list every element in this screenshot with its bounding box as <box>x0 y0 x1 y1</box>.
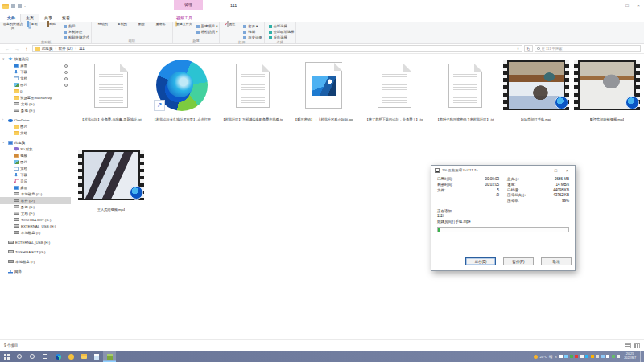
tray-icon[interactable] <box>601 355 605 358</box>
dialog-minimize-button[interactable]: — <box>540 168 549 173</box>
properties-icon[interactable] <box>11 4 15 8</box>
tray-icon[interactable] <box>559 355 563 358</box>
sidebar-item[interactable]: 图片 <box>0 158 71 165</box>
file-tile[interactable]: 主人房间视频.mp4 <box>76 144 147 234</box>
sevenzip-app-icon[interactable] <box>103 351 116 362</box>
ribbon-tab[interactable]: 视频工具 <box>171 14 197 22</box>
dialog-close-button[interactable]: × <box>563 168 572 173</box>
ribbon-button[interactable]: 属性 <box>221 22 241 27</box>
expander-icon[interactable]: › <box>2 118 3 121</box>
weather-widget[interactable]: 24°C 晴 <box>534 355 552 359</box>
sidebar-item[interactable]: › OneDrive <box>0 117 71 123</box>
expander-icon[interactable]: ∨ <box>2 57 5 60</box>
quick-access-toolbar[interactable]: ▾ <box>2 4 26 9</box>
expander-icon[interactable]: ∨ <box>2 141 5 144</box>
sidebar-item[interactable]: 图片 <box>0 81 71 88</box>
ribbon-small-button[interactable]: 打开 ▾ <box>243 24 262 28</box>
sidebar-item[interactable]: 资源蓝图 fiachan.vip <box>0 94 71 101</box>
ribbon-button[interactable]: 新建文件夹 <box>175 22 194 27</box>
close-button[interactable]: × <box>633 0 644 12</box>
show-desktop-button[interactable] <box>640 351 642 362</box>
tray-icon[interactable] <box>617 355 620 358</box>
file-tile[interactable]: 整理房间床铺视频.mp4 <box>572 54 642 144</box>
tray-icon[interactable] <box>606 355 609 358</box>
ribbon-button[interactable]: 复制 <box>23 22 42 30</box>
ribbon-button[interactable]: 固定到快速访问 <box>3 22 23 30</box>
edge-app-icon[interactable] <box>52 351 64 362</box>
file-tile[interactable]: 【村花论坛】全免费-无病毒-最新地址.txt <box>76 54 147 144</box>
minimize-button[interactable]: — <box>610 0 621 12</box>
tray-chevron-icon[interactable]: ∧ <box>555 355 557 359</box>
ribbon-tab[interactable]: 文件 <box>2 14 20 22</box>
tray-icon[interactable] <box>585 355 588 358</box>
sidebar-item[interactable]: 影视 (E:) <box>0 107 71 113</box>
search-box[interactable] <box>535 45 641 52</box>
new-folder-icon[interactable] <box>18 4 22 8</box>
sidebar-item[interactable]: 本地磁盘 (C:) <box>0 191 71 197</box>
sidebar-item[interactable]: EXTERNAL_USB (H:) <box>0 239 71 245</box>
breadcrumb-segment[interactable]: 软件 (D:)› <box>59 47 79 51</box>
tray-icon[interactable] <box>591 355 594 358</box>
dialog-button[interactable]: 暂停(P) <box>503 257 534 265</box>
back-button[interactable]: ← <box>3 45 11 53</box>
breadcrumb[interactable]: 此电脑›软件 (D:)›111 ∨ <box>32 45 522 52</box>
ribbon-button[interactable]: 移动到 <box>93 22 113 27</box>
search-input[interactable] <box>542 47 639 51</box>
sidebar-item[interactable]: 本地磁盘 (I:) <box>0 229 71 236</box>
tray-icon[interactable] <box>596 355 599 358</box>
dialog-title-bar[interactable]: 1% 正在压缩 D:\111.7z — □ × <box>431 166 575 175</box>
sidebar-item[interactable]: 本地磁盘 (I:) <box>0 258 71 265</box>
breadcrumb-dropdown-icon[interactable]: ∨ <box>517 47 519 51</box>
maximize-button[interactable]: □ <box>621 0 633 12</box>
sidebar-item[interactable]: 下载 <box>0 171 71 178</box>
file-tile[interactable]: 【村花论坛永久地址发布页】-点击打开 <box>147 54 217 144</box>
refresh-button[interactable]: ↻ <box>524 45 533 52</box>
sidebar-item[interactable]: 文档 <box>0 75 71 81</box>
ribbon-small-button[interactable]: 全部选择 <box>269 24 295 28</box>
sidebar-item[interactable]: 桌面 <box>0 184 71 191</box>
sidebar-item[interactable]: 文档 (F:) <box>0 101 71 107</box>
file-tile[interactable]: 【有种子和压缩密码？来村花社区】.txt <box>430 54 501 144</box>
sidebar-item[interactable]: 影视 (E:) <box>0 204 71 210</box>
sidebar-item[interactable]: 文档 <box>0 130 71 136</box>
sidebar-item[interactable]: 下载 <box>0 68 71 75</box>
task-view-button[interactable] <box>39 351 52 362</box>
dialog-maximize-button[interactable]: □ <box>551 168 560 173</box>
tray-icon[interactable] <box>575 355 578 358</box>
dialog-button[interactable]: 取消 <box>541 257 572 265</box>
file-tile[interactable]: 姐妹房间打手电.mp4 <box>501 54 572 144</box>
tray-icon[interactable] <box>580 355 584 358</box>
dialog-button[interactable]: 后台(B) <box>465 257 496 265</box>
sidebar-item[interactable]: 文档 <box>0 165 71 171</box>
start-button[interactable] <box>0 351 13 362</box>
ribbon-small-button[interactable]: 复制路径 <box>64 30 89 34</box>
sidebar-item[interactable]: 音乐 <box>0 178 71 184</box>
ribbon-small-button[interactable]: 轻松访问 ▾ <box>196 30 218 34</box>
explorer-app-icon[interactable] <box>77 351 90 362</box>
ribbon-button[interactable]: 复制到 <box>113 22 132 27</box>
sidebar-item[interactable]: 文档 (F:) <box>0 210 71 216</box>
clock[interactable]: 20:25 2022/8/7 <box>624 352 636 360</box>
thumbnails-view-button[interactable] <box>634 343 640 348</box>
breadcrumb-segment[interactable]: 111 <box>79 47 89 51</box>
up-button[interactable]: ↑ <box>23 45 31 53</box>
file-tile[interactable]: 【解压密码】：上村花社区看小姐姐.jpg <box>288 54 359 144</box>
tray-icon[interactable] <box>612 355 615 358</box>
tray-icon[interactable] <box>570 355 573 358</box>
cortana-button[interactable] <box>26 351 39 362</box>
sidebar-item[interactable]: TOSHIBA EXT (G:) <box>0 249 71 255</box>
ribbon-tab[interactable]: 主页 <box>20 14 39 22</box>
sidebar-item[interactable]: ∨ 快速访问 <box>0 56 71 62</box>
ribbon-small-button[interactable]: 编辑 <box>243 30 262 34</box>
sidebar-item[interactable]: 视频 <box>0 152 71 158</box>
ribbon-button[interactable]: 粘贴 <box>42 22 61 30</box>
sidebar-item[interactable]: 网络 <box>0 268 71 274</box>
ribbon-small-button[interactable]: 新建项目 ▾ <box>196 24 218 28</box>
sidebar-item[interactable]: 0 <box>0 88 71 94</box>
ribbon-button[interactable]: 重命名 <box>151 22 171 27</box>
file-tile[interactable]: 【来了就想下载的论坛，全免费！】.txt <box>359 54 430 144</box>
ribbon-button[interactable]: 删除 <box>132 22 151 27</box>
sidebar-item[interactable]: EXTERNAL_USB (H:) <box>0 223 71 229</box>
sidebar-item[interactable]: 桌面 <box>0 62 71 68</box>
sidebar-item[interactable]: 图片 <box>0 123 71 130</box>
